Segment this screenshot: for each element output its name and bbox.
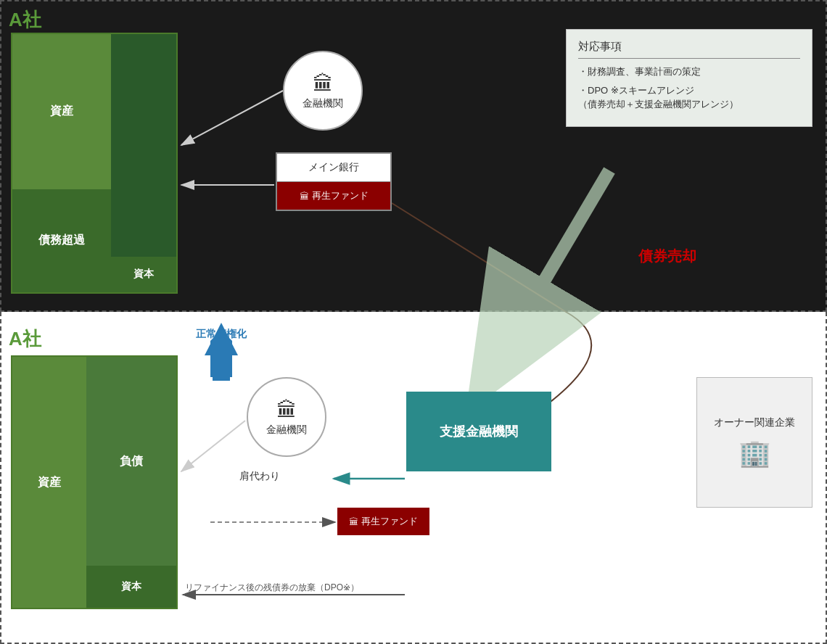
fund-icon-top: 🏛 [300, 191, 309, 202]
kinyu-circle-bottom: 🏛 金融機関 [247, 377, 326, 457]
kinyu-label-bottom: 金融機関 [266, 424, 307, 437]
building-icon: 🏢 [738, 438, 771, 468]
taiou-item1: ・財務調査、事業計画の策定 [578, 65, 800, 79]
taiou-title: 対応事項 [578, 40, 800, 59]
capital-cell-top: 資本 [111, 257, 176, 292]
fund-icon-bottom: 🏛 [349, 516, 358, 527]
taiou-box: 対応事項 ・財務調査、事業計画の策定 ・DPO ※スキームアレンジ （債券売却＋… [566, 29, 812, 127]
liability-cell-bottom: 負債 [86, 357, 176, 566]
debt-cell-top: 債務超過 [12, 189, 111, 292]
kinyu-circle-top: 🏛 金融機関 [283, 51, 363, 131]
katadawari-label: 肩代わり [239, 470, 280, 483]
main-bank-label: メイン銀行 [277, 154, 390, 182]
bank-icon-top: 🏛 [313, 72, 333, 96]
refinance-label: リファイナンス後の残債券の放棄（DPO※） [185, 582, 359, 594]
owner-box: オーナー関連企業 🏢 [696, 377, 812, 508]
bank-icon-bottom: 🏛 [276, 398, 297, 422]
seijou-label: 正常債権化 [196, 328, 247, 341]
kinyu-label-top: 金融機関 [303, 97, 343, 110]
shien-box: 支援金融機関 [406, 392, 551, 471]
asset-cell-bottom: 資産 [12, 357, 86, 608]
balance-sheet-top: 資産 債務超過 資本 [11, 33, 178, 294]
a-sha-label-bottom: A社 [9, 326, 41, 352]
balance-sheet-bottom: 資産 負債 資本 [11, 355, 178, 609]
sasei-fund-label-bottom: 再生ファンド [361, 515, 418, 528]
bank-fund-box: メイン銀行 🏛 再生ファンド [276, 152, 392, 211]
sasei-fund-bottom: 🏛 再生ファンド [337, 508, 429, 535]
shien-label: 支援金融機関 [440, 423, 518, 440]
owner-label: オーナー関連企業 [714, 416, 795, 429]
sasei-fund-label-top: 🏛 再生ファンド [277, 182, 390, 210]
diagram-container: A社 A社 資産 債務超過 資本 資産 負債 資本 🏛 金融機関 メイン銀行 🏛… [0, 0, 827, 644]
saiken-label: 債券売却 [638, 247, 696, 266]
taiou-item2: ・DPO ※スキームアレンジ （債券売却＋支援金融機関アレンジ） [578, 83, 800, 112]
capital-cell-bottom: 資本 [86, 566, 176, 608]
a-sha-label-top: A社 [9, 7, 41, 33]
asset-cell-top: 資産 [12, 34, 111, 189]
